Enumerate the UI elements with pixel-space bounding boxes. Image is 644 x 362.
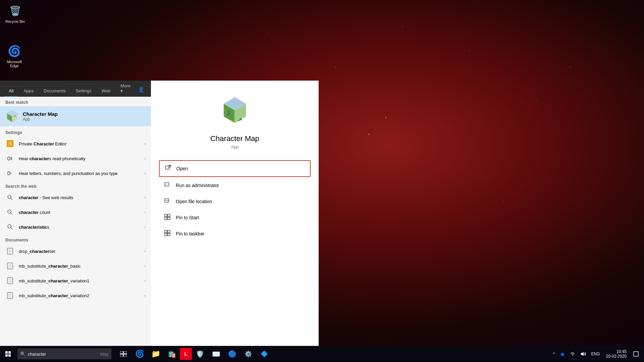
svg-rect-59 — [634, 352, 638, 356]
best-match-item-charmap[interactable]: λ ↗ Character Map App — [0, 106, 151, 126]
recycle-bin-label: Recycle Bin — [5, 19, 25, 24]
tray-lang[interactable]: ENG — [589, 346, 602, 362]
settings-taskbar-button[interactable]: ⚙️ — [240, 346, 256, 362]
open-button[interactable]: Open — [159, 160, 311, 177]
mb-var1-arrow: › — [144, 278, 146, 283]
doc-icon-2 — [5, 261, 15, 271]
hear-letters-text: Hear letters, numbers, and punctuation a… — [19, 171, 144, 176]
svg-rect-56 — [120, 354, 123, 357]
desktop-icon-recycle-bin[interactable]: 🗑️ Recycle Bin — [3, 3, 27, 24]
result-character-count[interactable]: character count › — [0, 205, 151, 220]
edge-label: Microsoft Edge — [3, 60, 26, 68]
tab-web[interactable]: Web — [97, 86, 115, 97]
desktop-icon-edge[interactable]: 🌀 Microsoft Edge — [3, 44, 26, 68]
person-button[interactable]: 👤 — [136, 84, 147, 95]
svg-rect-50 — [5, 351, 8, 354]
tray-dropbox[interactable]: ◆ — [558, 346, 567, 362]
search-count-icon — [5, 208, 15, 217]
svg-rect-36 — [165, 166, 169, 169]
svg-line-9 — [11, 198, 12, 200]
svg-marker-58 — [581, 352, 584, 356]
search-panel: All Apps Documents Settings Web More ▾ — [0, 81, 151, 346]
task-view-button[interactable] — [115, 346, 131, 362]
svg-rect-22 — [7, 278, 13, 284]
character-web-text: character - See web results — [19, 195, 144, 200]
svg-rect-44 — [165, 217, 167, 220]
character-count-text: character count — [19, 210, 144, 215]
svg-text:↗: ↗ — [13, 115, 16, 118]
store-button[interactable]: 🛍️ — [164, 346, 180, 362]
settings-header: Settings — [0, 127, 151, 136]
run-admin-label: Run as administrator — [176, 183, 219, 188]
hear-char-arrow: › — [144, 156, 146, 161]
doc-icon-4 — [5, 291, 15, 300]
character-web-arrow: › — [144, 195, 146, 200]
svg-rect-55 — [124, 351, 127, 354]
tray-chevron[interactable]: ^ — [551, 346, 557, 362]
result-characteristics[interactable]: characteristics › — [0, 220, 151, 234]
tray-volume[interactable] — [579, 346, 588, 362]
mb-var2-arrow: › — [144, 293, 146, 298]
svg-text:λ: λ — [10, 115, 12, 120]
file-explorer-button[interactable]: 📁 — [148, 346, 164, 362]
taskbar-tray: ^ ◆ ENG 10:45 20-02-2020 — [551, 346, 644, 362]
lenovo-taskbar-button[interactable]: L — [180, 348, 192, 360]
result-hear-characters[interactable]: Hear characters read phonetically › — [0, 151, 151, 166]
svg-rect-26 — [7, 292, 13, 299]
mcafee-button[interactable]: 🛡️ — [192, 346, 208, 362]
pin-taskbar-icon — [164, 230, 171, 237]
run-admin-icon: ! — [164, 182, 171, 189]
result-character-web[interactable]: character - See web results › — [0, 190, 151, 205]
svg-rect-47 — [168, 230, 170, 233]
result-hear-letters[interactable]: Hear letters, numbers, and punctuation a… — [0, 166, 151, 181]
file-location-label: Open file location — [176, 199, 212, 204]
svg-text:λ: λ — [227, 108, 231, 118]
recycle-bin-icon: 🗑️ — [8, 3, 22, 18]
mb-basic-arrow: › — [144, 264, 146, 268]
taskbar-search-input[interactable] — [28, 352, 100, 357]
tab-all[interactable]: All — [4, 86, 18, 97]
run-as-admin-button[interactable]: ! Run as administrator — [159, 178, 311, 193]
tab-more[interactable]: More ▾ — [116, 81, 135, 97]
open-file-location-button[interactable]: Open file location — [159, 194, 311, 209]
tab-apps[interactable]: Apps — [19, 86, 38, 97]
taskbar-clock[interactable]: 10:45 20-02-2020 — [603, 346, 629, 362]
result-mb-basic[interactable]: mb_substitute_character_basic › — [0, 259, 151, 273]
charmap-app-icon: λ ↗ — [5, 109, 19, 123]
svg-rect-54 — [120, 351, 123, 354]
character-count-arrow: › — [144, 210, 146, 215]
detail-app-icon-container: λ ↗ — [218, 94, 252, 128]
tab-documents[interactable]: Documents — [39, 86, 70, 97]
private-char-text: Private Character Editor — [19, 141, 144, 146]
svg-rect-46 — [165, 230, 167, 233]
svg-rect-43 — [168, 214, 170, 217]
detail-app-title: Character Map — [210, 134, 259, 143]
pin-to-taskbar-button[interactable]: Pin to taskbar — [159, 226, 311, 241]
mail-button[interactable]: ✉️ — [208, 346, 224, 362]
svg-rect-45 — [168, 217, 170, 220]
svg-rect-48 — [165, 233, 167, 236]
result-private-char-editor[interactable]: 🅰 Private Character Editor › — [0, 136, 151, 151]
tab-settings[interactable]: Settings — [71, 86, 96, 97]
detail-panel: λ ↗ Character Map App — [151, 81, 319, 346]
tray-network[interactable] — [568, 346, 577, 362]
start-button[interactable] — [0, 346, 16, 362]
svg-text:↗: ↗ — [237, 116, 242, 124]
result-mb-variation2[interactable]: mb_substitute_character_variation2 › — [0, 288, 151, 303]
detail-actions-list: Open ! Run as administrator — [159, 160, 311, 241]
svg-text:!: ! — [165, 184, 166, 187]
detail-app-type: App — [231, 144, 238, 149]
feedback-button[interactable]: 🔷 — [256, 346, 272, 362]
mb-var1-text: mb_substitute_character_variation1 — [19, 278, 144, 283]
start-menu: All Apps Documents Settings Web More ▾ — [0, 81, 319, 346]
taskbar-search-bar[interactable]: 🔍 Map — [17, 349, 111, 359]
svg-rect-52 — [5, 354, 8, 357]
result-mb-variation1[interactable]: mb_substitute_character_variation1 › — [0, 273, 151, 288]
notification-button[interactable] — [631, 346, 641, 362]
open-icon — [165, 165, 172, 172]
edge-taskbar-button[interactable]: 🌀 — [131, 346, 148, 362]
file-location-icon — [164, 198, 171, 205]
pin-to-start-button[interactable]: Pin to Start — [159, 210, 311, 225]
result-drcp-characterset[interactable]: drcp_characterset › — [0, 244, 151, 259]
chrome-button[interactable]: 🔵 — [224, 346, 240, 362]
